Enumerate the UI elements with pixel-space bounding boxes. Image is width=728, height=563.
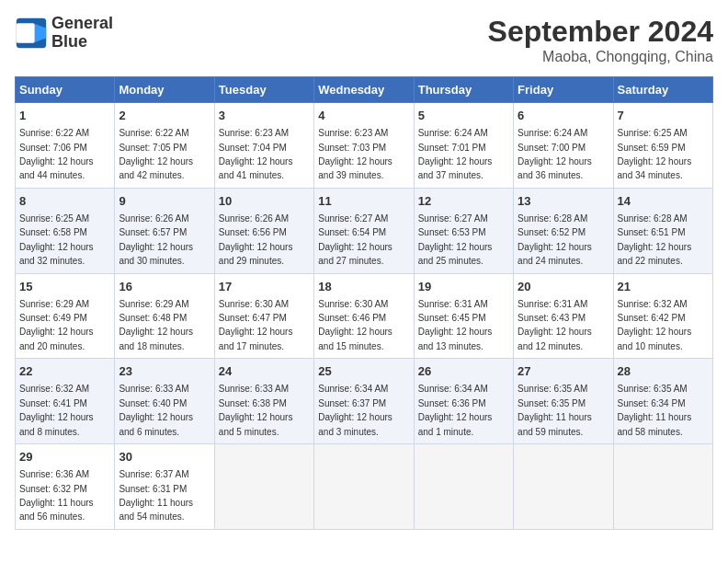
day-number: 23 [119,363,210,380]
page-header: General Blue September 2024 Maoba, Chong… [15,15,713,65]
calendar-day-cell: 21Sunrise: 6:32 AM Sunset: 6:42 PM Dayli… [613,273,712,359]
calendar-day-cell: 27Sunrise: 6:35 AM Sunset: 6:35 PM Dayli… [514,359,613,444]
day-info: Sunrise: 6:27 AM Sunset: 6:53 PM Dayligh… [418,213,493,266]
day-info: Sunrise: 6:32 AM Sunset: 6:41 PM Dayligh… [19,384,94,436]
day-number: 28 [618,363,709,380]
day-info: Sunrise: 6:24 AM Sunset: 7:01 PM Dayligh… [418,128,493,180]
calendar-day-cell: 7Sunrise: 6:25 AM Sunset: 6:59 PM Daylig… [613,103,712,189]
day-of-week-header: Friday [514,77,613,103]
day-info: Sunrise: 6:25 AM Sunset: 6:58 PM Dayligh… [19,213,94,266]
day-info: Sunrise: 6:25 AM Sunset: 6:59 PM Dayligh… [618,128,692,180]
calendar-week-row: 29Sunrise: 6:36 AM Sunset: 6:32 PM Dayli… [16,444,713,530]
calendar-day-cell: 6Sunrise: 6:24 AM Sunset: 7:00 PM Daylig… [514,103,613,189]
day-info: Sunrise: 6:29 AM Sunset: 6:49 PM Dayligh… [19,299,94,351]
day-number: 9 [119,193,210,210]
calendar-day-cell: 28Sunrise: 6:35 AM Sunset: 6:34 PM Dayli… [613,359,712,444]
day-number: 21 [618,279,709,295]
day-of-week-header: Saturday [613,77,712,103]
day-info: Sunrise: 6:34 AM Sunset: 6:37 PM Dayligh… [318,384,392,436]
day-number: 19 [418,279,509,295]
day-number: 27 [518,363,609,380]
calendar-day-cell: 11Sunrise: 6:27 AM Sunset: 6:54 PM Dayli… [314,188,414,273]
calendar-day-cell: 15Sunrise: 6:29 AM Sunset: 6:49 PM Dayli… [16,273,115,359]
logo-text: General Blue [51,15,113,52]
calendar-day-cell: 8Sunrise: 6:25 AM Sunset: 6:58 PM Daylig… [16,188,115,273]
day-number: 15 [19,279,110,295]
day-info: Sunrise: 6:28 AM Sunset: 6:51 PM Dayligh… [618,213,692,266]
day-number: 6 [518,108,609,124]
calendar-day-cell: 29Sunrise: 6:36 AM Sunset: 6:32 PM Dayli… [16,444,115,530]
calendar-day-cell [414,444,513,530]
day-info: Sunrise: 6:30 AM Sunset: 6:46 PM Dayligh… [318,299,392,351]
day-number: 30 [119,449,210,465]
day-number: 8 [19,193,110,210]
svg-rect-2 [17,23,35,43]
day-number: 3 [219,108,310,124]
calendar-week-row: 8Sunrise: 6:25 AM Sunset: 6:58 PM Daylig… [16,188,713,273]
day-number: 1 [19,108,110,124]
calendar-day-cell [214,444,313,530]
calendar-week-row: 22Sunrise: 6:32 AM Sunset: 6:41 PM Dayli… [16,359,713,444]
day-number: 18 [318,279,409,295]
calendar-day-cell: 10Sunrise: 6:26 AM Sunset: 6:56 PM Dayli… [214,188,313,273]
day-info: Sunrise: 6:31 AM Sunset: 6:43 PM Dayligh… [518,299,592,351]
day-number: 11 [318,193,409,210]
day-info: Sunrise: 6:24 AM Sunset: 7:00 PM Dayligh… [518,128,592,180]
day-info: Sunrise: 6:33 AM Sunset: 6:40 PM Dayligh… [119,384,193,436]
day-number: 14 [618,193,709,210]
day-number: 2 [119,108,210,124]
logo-icon [15,17,48,50]
day-of-week-header: Monday [115,77,214,103]
day-info: Sunrise: 6:36 AM Sunset: 6:32 PM Dayligh… [19,469,94,522]
calendar-day-cell: 18Sunrise: 6:30 AM Sunset: 6:46 PM Dayli… [314,273,414,359]
day-of-week-header: Tuesday [214,77,313,103]
day-number: 12 [418,193,509,210]
day-info: Sunrise: 6:31 AM Sunset: 6:45 PM Dayligh… [418,299,493,351]
calendar-day-cell [514,444,613,530]
day-info: Sunrise: 6:22 AM Sunset: 7:05 PM Dayligh… [119,128,193,180]
day-number: 29 [19,449,110,465]
calendar-day-cell: 3Sunrise: 6:23 AM Sunset: 7:04 PM Daylig… [214,103,313,189]
day-info: Sunrise: 6:23 AM Sunset: 7:04 PM Dayligh… [219,128,293,180]
day-info: Sunrise: 6:28 AM Sunset: 6:52 PM Dayligh… [518,213,592,266]
day-number: 26 [418,363,509,380]
calendar-day-cell: 20Sunrise: 6:31 AM Sunset: 6:43 PM Dayli… [514,273,613,359]
day-info: Sunrise: 6:32 AM Sunset: 6:42 PM Dayligh… [618,299,692,351]
calendar-day-cell: 24Sunrise: 6:33 AM Sunset: 6:38 PM Dayli… [214,359,313,444]
day-info: Sunrise: 6:26 AM Sunset: 6:56 PM Dayligh… [219,213,293,266]
day-info: Sunrise: 6:35 AM Sunset: 6:35 PM Dayligh… [518,384,592,436]
calendar-day-cell: 23Sunrise: 6:33 AM Sunset: 6:40 PM Dayli… [115,359,214,444]
title-block: September 2024 Maoba, Chongqing, China [488,15,713,65]
calendar-day-cell: 1Sunrise: 6:22 AM Sunset: 7:06 PM Daylig… [16,103,115,189]
calendar-day-cell: 13Sunrise: 6:28 AM Sunset: 6:52 PM Dayli… [514,188,613,273]
day-of-week-header: Sunday [16,77,115,103]
day-info: Sunrise: 6:35 AM Sunset: 6:34 PM Dayligh… [618,384,692,436]
day-number: 7 [618,108,709,124]
calendar-day-cell: 19Sunrise: 6:31 AM Sunset: 6:45 PM Dayli… [414,273,513,359]
calendar-day-cell: 16Sunrise: 6:29 AM Sunset: 6:48 PM Dayli… [115,273,214,359]
day-number: 22 [19,363,110,380]
day-info: Sunrise: 6:37 AM Sunset: 6:31 PM Dayligh… [119,469,193,522]
day-info: Sunrise: 6:30 AM Sunset: 6:47 PM Dayligh… [219,299,293,351]
calendar-day-cell: 25Sunrise: 6:34 AM Sunset: 6:37 PM Dayli… [314,359,414,444]
day-info: Sunrise: 6:23 AM Sunset: 7:03 PM Dayligh… [318,128,392,180]
calendar-header-row: SundayMondayTuesdayWednesdayThursdayFrid… [16,77,713,103]
month-title: September 2024 [488,15,713,49]
day-info: Sunrise: 6:26 AM Sunset: 6:57 PM Dayligh… [119,213,193,266]
day-info: Sunrise: 6:22 AM Sunset: 7:06 PM Dayligh… [19,128,94,180]
calendar-week-row: 1Sunrise: 6:22 AM Sunset: 7:06 PM Daylig… [16,103,713,189]
day-number: 10 [219,193,310,210]
day-info: Sunrise: 6:29 AM Sunset: 6:48 PM Dayligh… [119,299,193,351]
logo: General Blue [15,15,113,52]
calendar-week-row: 15Sunrise: 6:29 AM Sunset: 6:49 PM Dayli… [16,273,713,359]
day-number: 4 [318,108,409,124]
calendar-day-cell [314,444,414,530]
calendar-day-cell [613,444,712,530]
day-info: Sunrise: 6:34 AM Sunset: 6:36 PM Dayligh… [418,384,493,436]
calendar-day-cell: 14Sunrise: 6:28 AM Sunset: 6:51 PM Dayli… [613,188,712,273]
day-info: Sunrise: 6:27 AM Sunset: 6:54 PM Dayligh… [318,213,392,266]
calendar-day-cell: 17Sunrise: 6:30 AM Sunset: 6:47 PM Dayli… [214,273,313,359]
day-number: 16 [119,279,210,295]
calendar-day-cell: 4Sunrise: 6:23 AM Sunset: 7:03 PM Daylig… [314,103,414,189]
day-number: 20 [518,279,609,295]
